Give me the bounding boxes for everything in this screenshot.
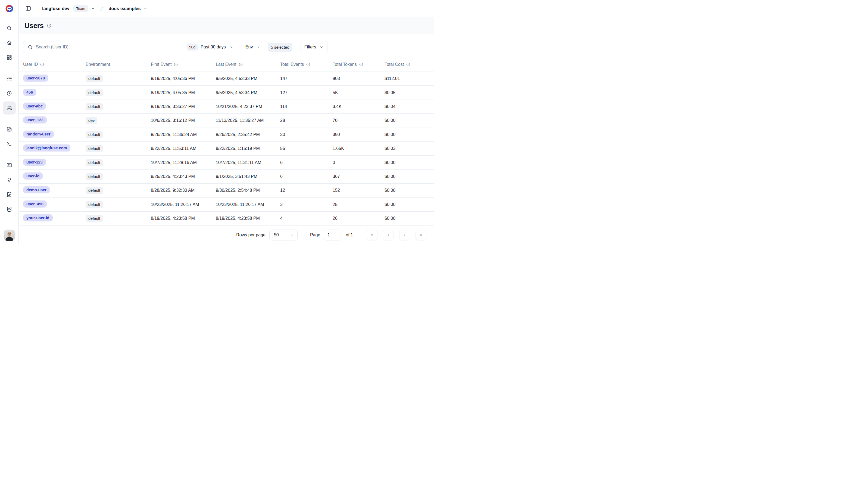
- column-header-total-events[interactable]: Total Events: [280, 62, 333, 67]
- info-icon[interactable]: [306, 62, 310, 67]
- chevron-down-icon[interactable]: [143, 6, 148, 10]
- column-header-label: Environment: [86, 62, 110, 67]
- column-header-first-event[interactable]: First Event: [151, 62, 216, 67]
- info-icon[interactable]: [406, 62, 410, 67]
- info-icon[interactable]: [239, 62, 243, 67]
- user-id-badge[interactable]: random-user: [23, 131, 54, 138]
- table-row[interactable]: user-id default 8/25/2025, 4:23:43 PM 9/…: [19, 170, 434, 183]
- user-id-badge[interactable]: user_123: [23, 116, 47, 123]
- environment-badge: default: [86, 201, 103, 208]
- total-cost-cell: $0.00: [384, 132, 430, 137]
- info-icon[interactable]: [40, 62, 44, 67]
- home-icon: [6, 40, 12, 46]
- chevrons-left-button[interactable]: [367, 230, 377, 240]
- column-header-total-cost[interactable]: Total Cost: [384, 62, 430, 67]
- total-cost-cell: $0.00: [384, 216, 430, 221]
- total-events-cell: 12: [280, 188, 333, 193]
- user-id-badge[interactable]: your-user-id: [23, 214, 53, 222]
- user-id-badge[interactable]: user-abc: [23, 103, 46, 110]
- first-event-cell: 8/19/2025, 3:36:27 PM: [151, 104, 216, 109]
- sidebar-item-scores[interactable]: [3, 159, 16, 172]
- evaluation-icon: [6, 177, 12, 183]
- sidebar-item-home[interactable]: [3, 36, 16, 49]
- info-icon[interactable]: [47, 23, 52, 28]
- chevron-left-button[interactable]: [383, 230, 394, 240]
- filters-label: Filters: [304, 45, 316, 50]
- environment-badge: default: [86, 159, 103, 166]
- users-icon: [6, 105, 12, 111]
- timerange-badge: 90d: [187, 44, 198, 51]
- column-header-last-event[interactable]: Last Event: [216, 62, 280, 67]
- search-icon: [6, 25, 12, 31]
- user-avatar[interactable]: [4, 230, 15, 241]
- sidebar-item-annotation[interactable]: [3, 188, 16, 201]
- environment-filter-button[interactable]: Env 5 selected: [242, 41, 296, 53]
- rows-per-page-select[interactable]: 50: [269, 230, 298, 240]
- sidebar-nav: [3, 0, 16, 216]
- sidebar-item-playground[interactable]: [3, 137, 16, 150]
- sidebar-item-users[interactable]: [3, 102, 16, 115]
- total-tokens-cell: 25: [333, 202, 384, 207]
- last-event-cell: 8/22/2025, 1:15:19 PM: [216, 146, 280, 151]
- column-header-total-tokens[interactable]: Total Tokens: [333, 62, 384, 67]
- total-events-cell: 6: [280, 160, 333, 165]
- sidebar-item-evaluation[interactable]: [3, 173, 16, 186]
- column-header-label: Last Event: [216, 62, 237, 67]
- table-row[interactable]: jannik@langfuse.com default 8/22/2025, 1…: [19, 142, 434, 155]
- table-row[interactable]: demo-user default 8/28/2025, 9:32:30 AM …: [19, 183, 434, 198]
- column-header-user-id[interactable]: User ID: [23, 62, 86, 67]
- breadcrumb-separator: [98, 5, 105, 12]
- sidebar-item-prompts[interactable]: [3, 123, 16, 136]
- sidebar-item-search[interactable]: [3, 22, 16, 34]
- filters-button[interactable]: Filters: [301, 41, 328, 53]
- table-row[interactable]: user-5678 default 8/19/2025, 4:05:36 PM …: [19, 72, 434, 86]
- rows-per-page-value: 50: [274, 233, 279, 237]
- table-row[interactable]: user-abc default 8/19/2025, 3:36:27 PM 1…: [19, 100, 434, 114]
- search-input[interactable]: [36, 45, 176, 50]
- tracing-icon: [6, 76, 12, 82]
- org-name[interactable]: langfuse-dev: [42, 6, 69, 11]
- last-event-cell: 8/26/2025, 2:35:42 PM: [216, 132, 280, 137]
- env-filter-label: Env: [245, 45, 253, 50]
- user-id-badge[interactable]: user-123: [23, 159, 46, 166]
- search-box[interactable]: [23, 41, 180, 53]
- timerange-filter-button[interactable]: 90d Past 90 days: [183, 41, 237, 53]
- sidebar-item-datasets[interactable]: [3, 203, 16, 216]
- sidebar-item-sessions[interactable]: [3, 87, 16, 100]
- total-tokens-cell: 3.4K: [333, 104, 384, 109]
- table-row[interactable]: 456 default 8/19/2025, 4:05:35 PM 9/5/20…: [19, 86, 434, 99]
- project-name[interactable]: docs-examples: [109, 6, 141, 11]
- sidebar-item-tracing[interactable]: [3, 72, 16, 85]
- user-id-badge[interactable]: user-id: [23, 172, 43, 179]
- user-id-badge[interactable]: jannik@langfuse.com: [23, 144, 70, 151]
- chevron-down-icon: [290, 233, 294, 237]
- table-row[interactable]: random-user default 8/26/2025, 11:36:24 …: [19, 128, 434, 142]
- top-bar: langfuse-dev Team docs-examples: [0, 0, 434, 17]
- table-row[interactable]: user-123 default 10/7/2025, 11:28:16 AM …: [19, 155, 434, 169]
- page-number-input[interactable]: [324, 230, 342, 240]
- column-header-environment[interactable]: Environment: [86, 62, 151, 67]
- first-event-cell: 10/6/2025, 3:16:12 PM: [151, 118, 216, 123]
- total-events-cell: 3: [280, 202, 333, 207]
- user-id-badge[interactable]: 456: [23, 89, 36, 96]
- info-icon[interactable]: [174, 62, 178, 67]
- user-id-badge[interactable]: user-5678: [23, 75, 48, 82]
- user-id-badge[interactable]: user_456: [23, 200, 47, 207]
- table-row[interactable]: user_123 dev 10/6/2025, 3:16:12 PM 11/13…: [19, 114, 434, 127]
- info-icon[interactable]: [359, 62, 363, 67]
- sidebar-toggle-button[interactable]: [23, 3, 33, 13]
- sidebar-item-dashboards[interactable]: [3, 51, 16, 64]
- chevrons-right-button[interactable]: [415, 230, 426, 240]
- chevron-right-button[interactable]: [399, 230, 410, 240]
- table-row[interactable]: your-user-id default 8/19/2025, 4:23:58 …: [19, 212, 434, 226]
- first-event-cell: 8/19/2025, 4:05:36 PM: [151, 76, 216, 81]
- first-event-cell: 8/19/2025, 4:05:35 PM: [151, 90, 216, 95]
- pagination-bar: Rows per page 50 Page of 1: [19, 226, 434, 244]
- chevron-down-icon[interactable]: [91, 6, 95, 10]
- user-id-badge[interactable]: demo-user: [23, 186, 50, 193]
- column-header-label: Total Events: [280, 62, 304, 67]
- search-icon: [27, 44, 33, 50]
- total-cost-cell: $0.00: [384, 174, 430, 179]
- table-row[interactable]: user_456 default 10/23/2025, 11:26:17 AM…: [19, 198, 434, 212]
- chevrons-right-icon: [419, 233, 424, 237]
